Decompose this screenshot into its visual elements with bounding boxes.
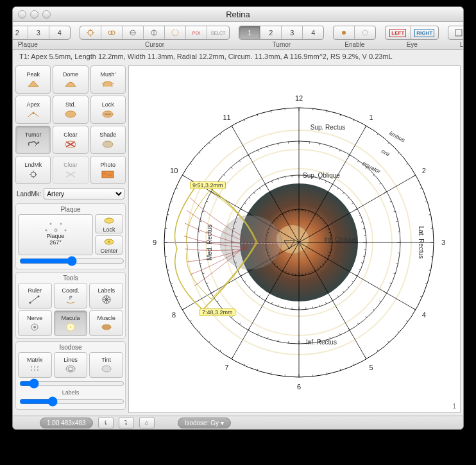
nerve-icon: [28, 322, 42, 332]
measurement-tag-1[interactable]: 9:51,3.2mm: [190, 182, 226, 189]
tumor-4-button[interactable]: 4: [303, 26, 323, 39]
isodose-dropdown[interactable]: Isodose: Gy ▾: [178, 418, 231, 428]
palette-peak-button[interactable]: Peak: [15, 65, 51, 94]
svg-line-178: [259, 188, 260, 189]
cursor-btn-select[interactable]: SELCT: [207, 26, 230, 39]
palette-apex-button[interactable]: Apex: [15, 96, 51, 124]
svg-line-287: [167, 270, 169, 271]
palette-clear2-button[interactable]: Clear: [53, 156, 88, 184]
svg-line-239: [248, 155, 250, 157]
svg-line-210: [339, 334, 340, 335]
plaque-slider[interactable]: [19, 257, 124, 266]
palette-clear-button[interactable]: Clear: [53, 126, 88, 154]
layout-single-button[interactable]: [448, 26, 464, 39]
eye-left-button[interactable]: LEFT: [386, 26, 411, 39]
tool-palette: PeakDomeMush'ApexStd.LockTumorClearShade…: [15, 65, 126, 184]
measurement-tag-2[interactable]: 7:48,3.2mm: [200, 309, 235, 316]
tool-ruler-button[interactable]: Ruler: [18, 283, 52, 309]
svg-point-29: [105, 218, 114, 223]
svg-line-164: [241, 275, 243, 276]
enable-group-label: Enable: [344, 41, 364, 48]
cursor-btn-2[interactable]: [101, 26, 123, 39]
svg-line-179: [266, 184, 268, 187]
plaque-3-button[interactable]: 3: [28, 26, 49, 39]
palette-lndmk-button[interactable]: LndMk: [15, 156, 51, 184]
tool-nerve-button[interactable]: Nerve: [18, 310, 52, 336]
clock-3: 3: [441, 239, 445, 246]
zoom-readout[interactable]: 1.00 483x483: [40, 418, 93, 428]
svg-line-276: [271, 372, 271, 374]
tool-tint-button[interactable]: Tint: [89, 352, 123, 378]
svg-line-163: [244, 281, 246, 282]
clock-1: 1: [369, 114, 373, 121]
palette-tumor-button[interactable]: Tumor: [15, 126, 51, 154]
label-lat-rectus: Lat. Rectus: [418, 226, 425, 259]
cursor-btn-4[interactable]: [144, 26, 165, 39]
plaque-2-button[interactable]: 2: [12, 26, 28, 39]
svg-line-194: [355, 209, 357, 211]
palette-dome-button[interactable]: Dome: [53, 65, 88, 94]
left-icon: LEFT: [389, 29, 406, 37]
isodose-slider-2[interactable]: [19, 397, 124, 406]
svg-line-175: [244, 203, 246, 204]
tool-lines-button[interactable]: Lines: [54, 352, 88, 378]
tool-matrix-button[interactable]: Matrix: [18, 352, 52, 378]
svg-line-262: [425, 283, 427, 284]
zoom-in-button[interactable]: ⤵: [119, 417, 134, 428]
eye-right-button[interactable]: RIGHT: [411, 26, 438, 39]
landmk-select[interactable]: Artery: [44, 188, 124, 199]
svg-line-146: [348, 286, 349, 287]
enable-btn-2[interactable]: [355, 26, 375, 39]
tumor-3-button[interactable]: 3: [282, 26, 303, 39]
tumor-icon: [26, 139, 40, 149]
home-button[interactable]: ⌂: [139, 417, 155, 428]
retina-chart-svg: [129, 66, 456, 412]
retina-canvas[interactable]: 121234567891011 Sup. Rectus Sup. Oblique…: [128, 65, 461, 413]
svg-line-281: [208, 341, 210, 342]
tool-labels-button[interactable]: Labels: [89, 283, 123, 309]
svg-line-263: [420, 296, 422, 297]
svg-point-319: [220, 216, 282, 269]
svg-line-144: [355, 275, 357, 276]
zoom-out-button[interactable]: ⤹: [98, 417, 114, 428]
tumor-2-button[interactable]: 2: [260, 26, 282, 39]
mush-icon: [101, 78, 115, 89]
svg-point-52: [31, 369, 32, 371]
svg-line-221: [231, 316, 232, 317]
svg-line-269: [365, 357, 367, 359]
cursor-btn-5[interactable]: [165, 26, 186, 39]
plaque-4-button[interactable]: 4: [49, 26, 70, 39]
svg-line-295: [190, 164, 191, 165]
titlebar[interactable]: Retina: [13, 7, 463, 22]
svg-line-315: [420, 188, 422, 189]
tool-coord-button[interactable]: Coord.#: [54, 283, 88, 309]
svg-line-257: [396, 221, 398, 222]
status-bar: 1.00 483x483 ⤹ ⤵ ⌂ Isodose: Gy ▾: [13, 416, 463, 429]
svg-line-197: [363, 228, 365, 229]
tool-macula-button[interactable]: Macula: [54, 310, 88, 336]
svg-point-2: [111, 31, 115, 35]
palette-photo-button[interactable]: Photo: [90, 156, 126, 184]
palette-shade-button[interactable]: Shade: [90, 126, 126, 154]
svg-line-227: [200, 263, 201, 264]
isodose-slider-1[interactable]: [19, 379, 124, 388]
enable-btn-1[interactable]: [334, 26, 355, 39]
palette-mush-button[interactable]: Mush': [90, 65, 126, 94]
svg-line-252: [373, 174, 374, 176]
plaque-angle-widget[interactable]: Plaque 267°: [18, 214, 93, 255]
svg-point-20: [31, 172, 36, 177]
palette-std-button[interactable]: Std.: [53, 96, 88, 124]
cursor-btn-poi[interactable]: POI: [186, 26, 207, 39]
svg-line-208: [357, 323, 359, 324]
plaque-center-button[interactable]: Center: [95, 235, 123, 255]
cursor-btn-1[interactable]: [80, 26, 101, 39]
shade-icon: [101, 139, 115, 149]
svg-line-267: [388, 341, 389, 342]
palette-lock-button[interactable]: Lock: [90, 96, 126, 124]
plaque-lock-button[interactable]: Lock: [95, 214, 123, 233]
tool-muscle-button[interactable]: Muscle: [89, 310, 123, 336]
cursor-group-label: Cursor: [145, 41, 164, 48]
svg-line-266: [398, 332, 399, 333]
tumor-1-button[interactable]: 1: [239, 26, 260, 39]
cursor-btn-3[interactable]: [123, 26, 144, 39]
